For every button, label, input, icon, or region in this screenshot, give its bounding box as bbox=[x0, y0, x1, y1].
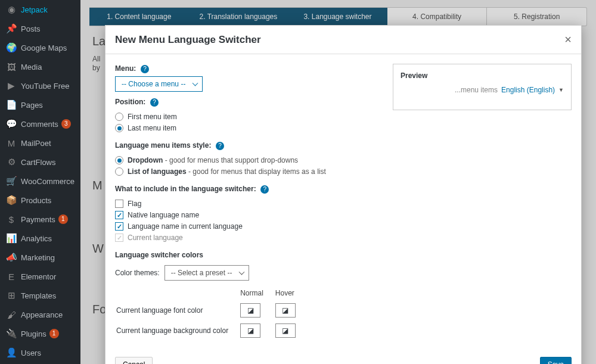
woocommerce-icon: 🛒 bbox=[6, 176, 17, 186]
sidebar-item-marketing[interactable]: 📣Marketing bbox=[0, 248, 80, 267]
style-label: Language menu items style: bbox=[115, 141, 211, 150]
radio-label: Dropdown - good for menus that support d… bbox=[128, 156, 298, 164]
col-hover: Hover bbox=[275, 287, 306, 300]
posts-icon: 📌 bbox=[6, 23, 17, 34]
style-option[interactable]: Dropdown - good for menus that support d… bbox=[115, 156, 381, 164]
checkbox-icon bbox=[115, 234, 123, 242]
help-icon[interactable]: ? bbox=[260, 185, 269, 194]
help-icon[interactable]: ? bbox=[141, 65, 149, 73]
checkbox-icon bbox=[115, 200, 123, 208]
sidebar-item-label: Templates bbox=[21, 291, 56, 300]
font-color-hover[interactable]: ◪ bbox=[275, 303, 296, 318]
bg-color-normal[interactable]: ◪ bbox=[240, 323, 260, 338]
position-option[interactable]: Last menu item bbox=[115, 124, 381, 132]
admin-sidebar: ◉Jetpack📌Posts🌍Google Maps🖼Media▶YouTube… bbox=[0, 0, 80, 364]
checkbox-label: Flag bbox=[128, 200, 141, 208]
sidebar-item-media[interactable]: 🖼Media bbox=[0, 57, 80, 76]
colors-label: Language switcher colors bbox=[115, 251, 203, 259]
modal-header: New Menu Language Switcher × bbox=[105, 26, 581, 54]
sidebar-item-label: Products bbox=[21, 196, 51, 205]
theme-select-value: -- Select a preset -- bbox=[171, 269, 232, 277]
sidebar-item-label: WooCommerce bbox=[21, 177, 74, 186]
appearance-icon: 🖌 bbox=[6, 309, 17, 320]
col-normal: Normal bbox=[240, 287, 274, 300]
include-option[interactable]: Language name in current language bbox=[115, 222, 381, 231]
theme-select[interactable]: -- Select a preset -- bbox=[164, 265, 250, 281]
cancel-button[interactable]: Cancel bbox=[115, 357, 153, 364]
mailpoet-icon: M bbox=[6, 138, 17, 148]
position-option[interactable]: First menu item bbox=[115, 113, 381, 121]
sidebar-item-label: YouTube Free bbox=[21, 82, 69, 91]
sidebar-item-analytics[interactable]: 📊Analytics bbox=[0, 229, 80, 248]
checkbox-label: Native language name bbox=[128, 211, 199, 219]
close-icon[interactable]: × bbox=[564, 33, 572, 46]
form-column: Menu: ? -- Choose a menu -- Position: ? … bbox=[115, 64, 381, 341]
sidebar-item-label: Analytics bbox=[21, 234, 52, 243]
comments-icon: 💬 bbox=[6, 119, 17, 129]
save-button[interactable]: Save bbox=[540, 357, 572, 364]
sidebar-item-google-maps[interactable]: 🌍Google Maps bbox=[0, 38, 80, 57]
help-icon[interactable]: ? bbox=[150, 98, 159, 107]
sidebar-item-mailpoet[interactable]: MMailPoet bbox=[0, 133, 80, 153]
sidebar-badge: 3 bbox=[61, 119, 71, 129]
radio-icon bbox=[115, 113, 123, 121]
modal-footer: Cancel Save bbox=[105, 351, 581, 364]
sidebar-badge: 1 bbox=[49, 329, 59, 338]
sidebar-item-elementor[interactable]: EElementor bbox=[0, 267, 80, 286]
users-icon: 👤 bbox=[6, 347, 17, 358]
row-bg-label: Current language background color bbox=[116, 321, 239, 340]
sidebar-item-payments[interactable]: $Payments1 bbox=[0, 210, 80, 229]
checkbox-icon bbox=[115, 211, 123, 219]
preview-box: Preview ...menu items English (English) … bbox=[393, 64, 572, 110]
elementor-icon: E bbox=[6, 271, 17, 282]
analytics-icon: 📊 bbox=[6, 233, 17, 244]
jetpack-icon: ◉ bbox=[6, 4, 17, 15]
sidebar-item-label: Payments bbox=[21, 215, 55, 224]
font-color-normal[interactable]: ◪ bbox=[240, 303, 260, 318]
menu-select[interactable]: -- Choose a menu -- bbox=[115, 76, 203, 92]
sidebar-item-label: MailPoet bbox=[21, 139, 51, 148]
bg-color-hover[interactable]: ◪ bbox=[275, 323, 296, 338]
sidebar-item-label: Marketing bbox=[21, 253, 55, 262]
sidebar-item-label: Jetpack bbox=[21, 5, 48, 14]
style-option[interactable]: List of languages - good for menus that … bbox=[115, 167, 381, 176]
checkbox-label: Language name in current language bbox=[128, 222, 243, 231]
preview-language[interactable]: English (English) bbox=[501, 86, 555, 94]
preview-title: Preview bbox=[401, 71, 564, 80]
sidebar-item-woocommerce[interactable]: 🛒WooCommerce bbox=[0, 172, 80, 191]
language-switcher-modal: New Menu Language Switcher × Menu: ? -- … bbox=[105, 25, 582, 364]
sidebar-item-label: Pages bbox=[21, 101, 43, 110]
chevron-down-icon: ▼ bbox=[558, 87, 564, 93]
sidebar-item-users[interactable]: 👤Users bbox=[0, 343, 80, 362]
themes-label: Color themes: bbox=[115, 269, 160, 277]
sidebar-item-jetpack[interactable]: ◉Jetpack bbox=[0, 0, 80, 19]
sidebar-item-cartflows[interactable]: ⚙CartFlows bbox=[0, 153, 80, 172]
sidebar-item-posts[interactable]: 📌Posts bbox=[0, 19, 80, 38]
sidebar-item-comments[interactable]: 💬Comments3 bbox=[0, 114, 80, 133]
sidebar-item-plugins[interactable]: 🔌Plugins1 bbox=[0, 324, 80, 343]
cartflows-icon: ⚙ bbox=[6, 157, 17, 167]
sidebar-item-label: Comments bbox=[21, 120, 58, 129]
radio-label: First menu item bbox=[128, 113, 177, 121]
marketing-icon: 📣 bbox=[6, 252, 17, 263]
include-option[interactable]: Native language name bbox=[115, 211, 381, 219]
sidebar-item-youtube-free[interactable]: ▶YouTube Free bbox=[0, 76, 80, 95]
sidebar-item-label: Users bbox=[21, 349, 41, 357]
sidebar-item-templates[interactable]: ⊞Templates bbox=[0, 286, 80, 305]
sidebar-item-label: CartFlows bbox=[21, 158, 56, 167]
sidebar-item-label: Google Maps bbox=[21, 43, 67, 52]
sidebar-item-pages[interactable]: 📄Pages bbox=[0, 95, 80, 114]
sidebar-item-appearance[interactable]: 🖌Appearance bbox=[0, 305, 80, 324]
preview-menu-items: ...menu items bbox=[455, 86, 498, 94]
checkbox-label: Current language bbox=[128, 234, 183, 242]
sidebar-item-label: Media bbox=[21, 63, 42, 71]
sidebar-item-products[interactable]: 📦Products bbox=[0, 191, 80, 210]
sidebar-item-label: Elementor bbox=[21, 272, 56, 281]
sidebar-badge: 1 bbox=[58, 214, 68, 224]
checkbox-icon bbox=[115, 222, 123, 231]
menu-select-value: -- Choose a menu -- bbox=[122, 80, 185, 88]
help-icon[interactable]: ? bbox=[216, 142, 224, 150]
include-option[interactable]: Flag bbox=[115, 200, 381, 208]
menu-label: Menu: bbox=[115, 64, 136, 73]
pages-icon: 📄 bbox=[6, 99, 17, 110]
